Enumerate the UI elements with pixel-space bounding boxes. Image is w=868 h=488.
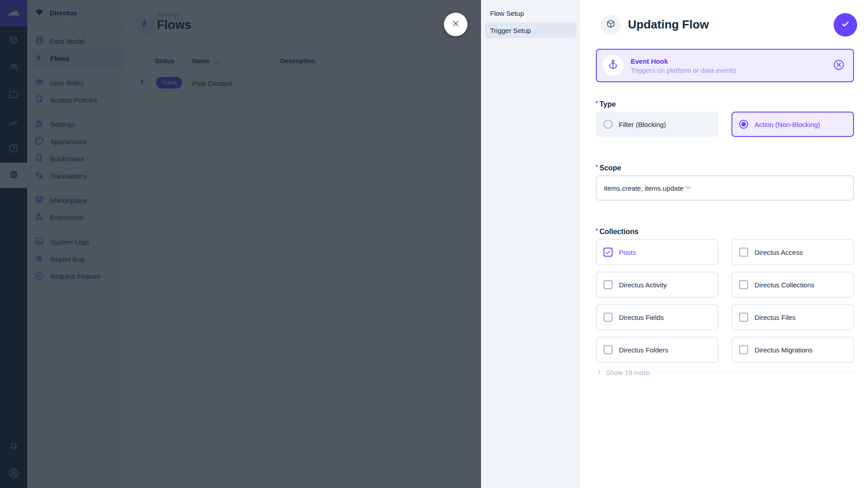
checkbox-label: Directus Files (755, 314, 796, 321)
checkbox-directus-collections[interactable]: Directus Collections (731, 272, 854, 298)
show-more-divider (656, 372, 854, 373)
drawer-tab-label: Trigger Setup (490, 27, 531, 34)
close-drawer-button[interactable] (444, 13, 467, 36)
required-dot (596, 101, 598, 103)
scope-select[interactable]: items.create, items.update (596, 175, 854, 201)
anchor-icon (607, 59, 619, 72)
checkbox-directus-activity[interactable]: Directus Activity (596, 272, 718, 298)
cancel-circle-icon (833, 59, 845, 73)
close-icon (451, 19, 460, 30)
drawer-body: Event Hook Triggers on platform or data … (596, 49, 854, 377)
checkbox-label: Directus Migrations (755, 346, 812, 354)
drawer-panel: Updating Flow Event Hook Triggers on pla… (580, 0, 868, 488)
scope-section: Scope items.create, items.update (596, 164, 854, 201)
type-label: Type (596, 100, 854, 108)
save-button[interactable] (834, 13, 857, 37)
drawer-tab-label: Flow Setup (490, 9, 524, 17)
banner-icon-circle (603, 55, 623, 76)
required-dot (596, 229, 598, 230)
drawer-header: Updating Flow (580, 0, 868, 45)
drawer-tab-trigger-setup[interactable]: Trigger Setup (485, 23, 576, 38)
banner-title: Event Hook (631, 57, 736, 65)
checkbox-directus-folders[interactable]: Directus Folders (596, 337, 718, 363)
type-section: Type Filter (Blocking) Action (Non-Block… (596, 100, 854, 137)
trigger-type-banner: Event Hook Triggers on platform or data … (596, 49, 854, 82)
checkbox-directus-fields[interactable]: Directus Fields (596, 304, 718, 330)
scope-value: items.create, items.update (604, 184, 684, 192)
radio-action-non-blocking[interactable]: Action (Non-Blocking) (731, 112, 854, 137)
deselect-trigger-button[interactable] (833, 59, 845, 73)
checkbox-icon (739, 280, 748, 289)
show-more-label: Show 19 more (606, 369, 650, 376)
chevron-right-icon (596, 368, 603, 377)
checkbox-label: Directus Access (755, 249, 803, 256)
checkbox-label: Directus Collections (755, 281, 815, 289)
banner-text: Event Hook Triggers on platform or data … (631, 57, 736, 74)
radio-label: Action (Non-Blocking) (755, 121, 820, 128)
drawer-title: Updating Flow (628, 18, 709, 32)
collections-label: Collections (596, 228, 854, 236)
banner-subtitle: Triggers on platform or data events (631, 66, 736, 74)
radio-label: Filter (Blocking) (619, 121, 666, 128)
checkbox-icon (739, 313, 748, 322)
checkbox-icon (604, 313, 613, 322)
drawer-overlay[interactable] (0, 0, 481, 488)
scope-label: Scope (596, 164, 854, 172)
cube-icon (605, 19, 616, 31)
checkbox-label: Directus Activity (619, 281, 667, 289)
checkbox-icon (604, 280, 613, 289)
checkbox-label: Posts (619, 249, 636, 256)
checkbox-icon (604, 248, 613, 257)
radio-filter-blocking[interactable]: Filter (Blocking) (596, 112, 718, 137)
app: Directus Data Model Flows User Roles Acc… (0, 0, 868, 488)
drawer-icon-circle (601, 15, 621, 35)
checkbox-directus-migrations[interactable]: Directus Migrations (731, 337, 854, 363)
checkbox-icon (739, 345, 748, 354)
show-more-button[interactable]: Show 19 more (596, 368, 854, 377)
checkbox-directus-files[interactable]: Directus Files (731, 304, 854, 330)
chevron-down-icon (684, 183, 693, 193)
collections-section: Collections Posts Directus Access Direct… (596, 228, 854, 377)
checkbox-label: Directus Fields (619, 314, 664, 321)
checkbox-icon (739, 248, 748, 257)
radio-icon (604, 120, 613, 129)
check-icon (840, 19, 850, 31)
drawer-nav: Flow Setup Trigger Setup (481, 0, 580, 488)
checkbox-label: Directus Folders (619, 346, 668, 354)
checkbox-posts[interactable]: Posts (596, 239, 718, 265)
radio-icon (739, 120, 748, 129)
checkbox-icon (604, 345, 613, 354)
collections-grid: Posts Directus Access Directus Activity … (596, 239, 854, 363)
required-dot (596, 165, 598, 167)
checkbox-directus-access[interactable]: Directus Access (731, 239, 854, 265)
drawer-tab-flow-setup[interactable]: Flow Setup (485, 5, 576, 21)
